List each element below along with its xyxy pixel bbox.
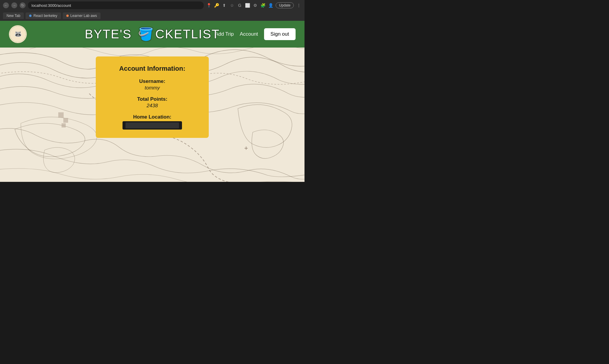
map-square-1	[58, 112, 64, 118]
puzzle-icon[interactable]: 🧩	[260, 3, 266, 8]
tab-react[interactable]: React berkeley	[26, 12, 61, 19]
tab-learner-dot	[66, 15, 69, 17]
header: 🦝 BYTE'S 🪣 CKETLIST Add Trip Account Sig…	[0, 21, 304, 48]
location-redacted	[123, 121, 182, 130]
account-card: Account Information: Username: tommy Tot…	[96, 56, 209, 138]
points-value: 2438	[111, 103, 194, 109]
site-title-part2: CKETLIST	[155, 28, 220, 40]
app: 🦝 BYTE'S 🪣 CKETLIST Add Trip Account Sig…	[0, 21, 304, 182]
reload-button[interactable]: ↻	[20, 2, 26, 8]
username-label: Username:	[111, 78, 194, 84]
bookmark-icon[interactable]: ☆	[229, 3, 235, 8]
browser-chrome: ← → ↻ 📍 🔑 ⬆ ☆ G ⬜ ⚙ 🧩 👤 Update ⋮ New Tab…	[0, 0, 304, 21]
sign-out-button[interactable]: Sign out	[264, 28, 296, 40]
card-title: Account Information:	[111, 65, 194, 73]
tab-react-dot	[29, 15, 32, 17]
profile-icon[interactable]: 👤	[268, 3, 273, 8]
address-bar[interactable]	[28, 1, 204, 9]
share-icon[interactable]: ⬆	[222, 3, 227, 8]
extension2-icon[interactable]: ⬜	[245, 3, 250, 8]
map-container: + Account Information: Username: tommy T…	[0, 48, 304, 182]
username-value: tommy	[111, 85, 194, 91]
location-label: Home Location:	[111, 114, 194, 120]
map-square-3	[62, 123, 66, 127]
browser-tabs: New Tab React berkeley Learner Lab aws	[0, 11, 304, 21]
logo[interactable]: 🦝	[9, 25, 27, 43]
site-title-bucket: 🪣	[138, 28, 154, 40]
tab-new[interactable]: New Tab	[3, 12, 24, 19]
tab-react-label: React berkeley	[33, 14, 57, 18]
account-link[interactable]: Account	[240, 31, 258, 37]
site-title: BYTE'S 🪣 CKETLIST	[85, 28, 220, 40]
logo-inner: 🦝	[10, 26, 26, 42]
nav-links: Add Trip Account Sign out	[215, 28, 296, 40]
key-icon[interactable]: 🔑	[214, 3, 219, 8]
browser-icons: 📍 🔑 ⬆ ☆ G ⬜ ⚙ 🧩 👤 Update ⋮	[206, 2, 302, 8]
menu-icon[interactable]: ⋮	[296, 3, 302, 8]
tab-new-label: New Tab	[7, 14, 20, 18]
tab-learner-label: Learner Lab aws	[70, 14, 97, 18]
browser-top-bar: ← → ↻ 📍 🔑 ⬆ ☆ G ⬜ ⚙ 🧩 👤 Update ⋮	[0, 0, 304, 11]
map-square-2	[63, 118, 68, 123]
extension1-icon[interactable]: G	[237, 3, 242, 8]
location-icon[interactable]: 📍	[206, 3, 211, 8]
back-button[interactable]: ←	[3, 2, 9, 8]
tab-learner[interactable]: Learner Lab aws	[63, 12, 101, 19]
site-title-part1: BYTE'S	[85, 28, 132, 40]
settings-icon[interactable]: ⚙	[252, 3, 258, 8]
update-button[interactable]: Update	[276, 2, 294, 8]
forward-button[interactable]: →	[11, 2, 17, 8]
map-plus-marker: +	[244, 144, 248, 152]
points-label: Total Points:	[111, 96, 194, 102]
